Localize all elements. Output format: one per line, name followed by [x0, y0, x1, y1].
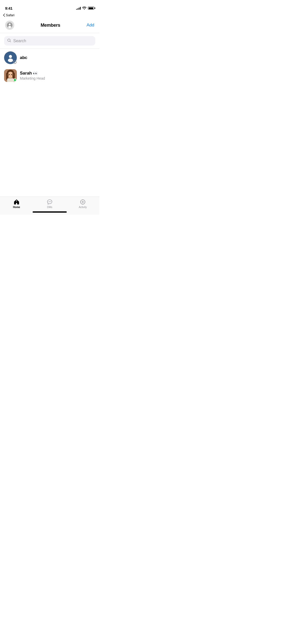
tab-dms-label: DMs [47, 206, 52, 209]
search-icon [7, 38, 11, 43]
tab-activity-label: Activity [79, 206, 87, 209]
signal-icon [76, 7, 81, 10]
tab-home[interactable]: Home [0, 199, 33, 209]
svg-rect-11 [7, 78, 14, 82]
tab-activity[interactable]: Activity [66, 199, 99, 209]
member-name: Sarah 👀 [20, 71, 95, 76]
safari-back-row[interactable]: Safari [0, 13, 99, 19]
search-bar[interactable]: Search [4, 36, 95, 46]
list-item[interactable]: abc [0, 49, 99, 67]
list-item[interactable]: Sarah 👀 Marketing Head [0, 67, 99, 84]
svg-point-16 [49, 201, 50, 202]
activity-tab-icon [80, 199, 86, 205]
status-icons [76, 7, 94, 10]
search-container: Search [0, 33, 99, 49]
member-info: abc [20, 55, 95, 60]
activity-icon [80, 199, 86, 205]
status-bar: 9:41 [0, 0, 99, 13]
member-info: Sarah 👀 Marketing Head [20, 71, 95, 80]
avatar [4, 69, 17, 82]
online-status-dot [13, 78, 17, 82]
dms-tab-icon [47, 199, 53, 205]
status-time: 9:41 [5, 6, 12, 10]
safari-back-button[interactable]: Safari [3, 13, 15, 17]
svg-point-12 [9, 74, 10, 75]
member-role: Marketing Head [20, 76, 95, 80]
page-title: Members [40, 23, 60, 28]
home-tab-icon [13, 199, 20, 205]
offline-status-dot [13, 61, 17, 64]
add-button[interactable]: Add [87, 23, 94, 28]
svg-point-1 [9, 24, 11, 25]
nav-back-avatar[interactable] [5, 21, 14, 30]
svg-point-14 [16, 200, 17, 201]
svg-point-15 [48, 201, 49, 202]
nav-bar: Members Add [0, 19, 99, 33]
dms-icon [47, 199, 53, 205]
member-name: abc [20, 55, 95, 60]
home-icon [13, 199, 20, 205]
member-list: abc [0, 49, 99, 84]
svg-point-13 [11, 74, 12, 75]
svg-point-2 [8, 26, 11, 28]
svg-point-4 [9, 55, 12, 58]
tab-dms[interactable]: DMs [33, 199, 66, 209]
back-chevron-icon [3, 13, 5, 17]
svg-point-17 [50, 201, 51, 202]
wifi-icon [82, 7, 86, 10]
battery-icon [88, 7, 94, 10]
svg-point-5 [8, 58, 13, 62]
tab-home-label: Home [13, 206, 20, 209]
svg-point-18 [82, 201, 83, 202]
search-input[interactable]: Search [13, 39, 92, 43]
avatar [4, 51, 17, 64]
home-indicator [33, 211, 67, 213]
user-avatar-icon [7, 22, 12, 28]
